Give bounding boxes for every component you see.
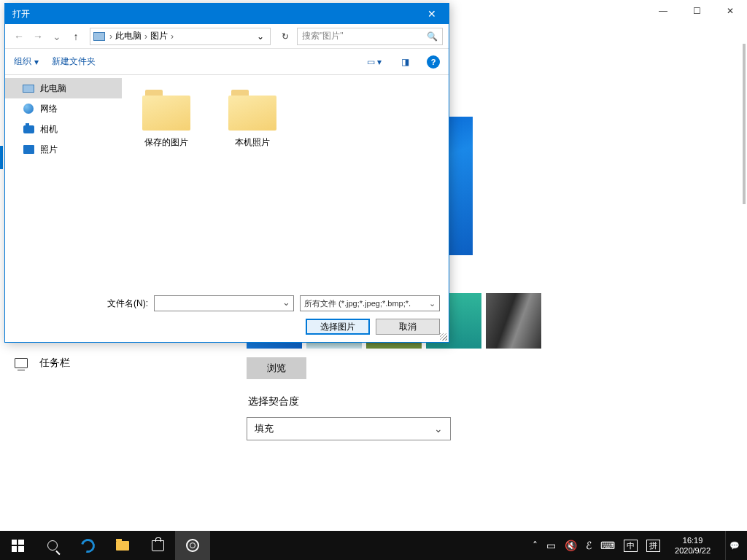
select-image-button[interactable]: 选择图片: [306, 319, 370, 335]
up-button[interactable]: ↑: [68, 28, 84, 44]
view-mode-button[interactable]: ▭ ▾: [365, 55, 383, 69]
camera-icon: [23, 124, 34, 134]
file-grid[interactable]: 保存的图片 本机照片: [122, 75, 449, 289]
organize-menu[interactable]: 组织 ▾: [14, 55, 39, 68]
filename-label: 文件名(N):: [107, 298, 148, 310]
cancel-button[interactable]: 取消: [376, 319, 440, 335]
search-icon: 🔍: [427, 31, 438, 42]
pc-icon: [23, 83, 34, 93]
nav-label: 任务栏: [39, 357, 70, 370]
browse-button[interactable]: 浏览: [247, 357, 306, 379]
tray-volume-icon[interactable]: 🔇: [565, 540, 577, 551]
chevron-right-icon: ›: [169, 31, 175, 42]
network-icon: [23, 104, 34, 114]
nav-tree: 此电脑 网络 相机 照片: [5, 75, 122, 289]
fit-value: 填充: [255, 422, 274, 435]
dialog-toolbar: 组织 ▾ 新建文件夹 ▭ ▾ ◨ ?: [5, 49, 449, 75]
taskbar-edge[interactable]: [70, 531, 105, 560]
clock-time: 16:19: [675, 535, 711, 545]
tree-node-camera[interactable]: 相机: [5, 119, 122, 139]
crumb-thispc[interactable]: 此电脑: [115, 30, 142, 42]
folder-label: 本机照片: [235, 136, 270, 149]
dialog-footer: 文件名(N): 所有文件 (*.jpg;*.jpeg;*.bmp;*. ⌄ 选择…: [5, 289, 449, 342]
tray-network-icon[interactable]: ▭: [546, 540, 556, 551]
photos-icon: [23, 144, 34, 155]
chevron-right-icon: ›: [143, 31, 149, 42]
store-icon: [152, 540, 164, 551]
search-icon: [47, 540, 58, 551]
tray-ime-lang[interactable]: 中: [624, 540, 638, 552]
folder-camera-roll[interactable]: 本机照片: [220, 90, 285, 149]
taskbar: ˄ ▭ 🔇 ℰ ⌨ 中 拼 16:19 2020/9/22 💬: [0, 531, 747, 560]
close-button[interactable]: ✕: [713, 0, 747, 22]
edge-icon: [78, 536, 97, 555]
breadcrumb[interactable]: › 此电脑 › 图片 › ⌄: [90, 28, 271, 45]
forward-button[interactable]: →: [30, 28, 46, 44]
minimize-button[interactable]: —: [646, 0, 680, 22]
start-button[interactable]: [0, 531, 35, 560]
chevron-down-icon: ⌄: [429, 299, 436, 308]
dialog-close-button[interactable]: ✕: [415, 4, 449, 24]
taskbar-icon: [15, 358, 28, 368]
folder-saved-pictures[interactable]: 保存的图片: [133, 90, 199, 149]
wallpaper-thumb-5[interactable]: [486, 293, 541, 349]
select-fit-label: 选择契合度: [248, 395, 732, 408]
refresh-button[interactable]: ↻: [276, 28, 294, 45]
tray-keyboard-icon[interactable]: ⌨: [600, 540, 615, 551]
taskbar-settings[interactable]: [175, 531, 210, 560]
taskbar-search[interactable]: [35, 531, 70, 560]
help-button[interactable]: ?: [427, 55, 440, 69]
taskbar-explorer[interactable]: [105, 531, 140, 560]
taskbar-clock[interactable]: 16:19 2020/9/22: [669, 535, 716, 556]
taskbar-store[interactable]: [140, 531, 175, 560]
clock-date: 2020/9/22: [675, 545, 711, 556]
tree-node-photos[interactable]: 照片: [5, 139, 122, 160]
dialog-title: 打开: [12, 8, 30, 20]
nav-indicator: [0, 146, 3, 169]
folder-icon: [228, 90, 276, 131]
fit-dropdown[interactable]: 填充 ⌄: [247, 417, 451, 440]
scrollbar[interactable]: [743, 44, 746, 204]
dialog-titlebar: 打开 ✕: [5, 4, 449, 24]
crumb-dropdown[interactable]: ⌄: [254, 31, 267, 42]
recent-dropdown[interactable]: ⌄: [49, 28, 65, 44]
chevron-down-icon: ⌄: [434, 423, 443, 435]
tray-overflow[interactable]: ˄: [533, 540, 538, 551]
filename-input[interactable]: [154, 295, 294, 311]
nav-item-taskbar[interactable]: 任务栏: [0, 349, 233, 378]
tray-accessibility-icon[interactable]: ℰ: [586, 540, 592, 551]
notification-center[interactable]: 💬: [725, 531, 743, 560]
tray-ime-mode[interactable]: 拼: [646, 540, 660, 552]
dialog-navbar: ← → ⌄ ↑ › 此电脑 › 图片 › ⌄ ↻ 搜索"图片" 🔍: [5, 24, 449, 49]
tree-node-thispc[interactable]: 此电脑: [5, 78, 122, 98]
tree-node-network[interactable]: 网络: [5, 98, 122, 119]
filetype-dropdown[interactable]: 所有文件 (*.jpg;*.jpeg;*.bmp;*. ⌄: [300, 295, 440, 311]
pc-icon: [93, 32, 105, 41]
new-folder-button[interactable]: 新建文件夹: [52, 55, 96, 68]
preview-pane-button[interactable]: ◨: [396, 55, 414, 69]
search-placeholder: 搜索"图片": [302, 30, 344, 42]
crumb-pictures[interactable]: 图片: [150, 30, 168, 42]
maximize-button[interactable]: ☐: [680, 0, 713, 22]
back-button[interactable]: ←: [11, 28, 27, 44]
resize-grip[interactable]: [440, 333, 447, 341]
gear-icon: [186, 539, 199, 552]
folder-label: 保存的图片: [144, 136, 188, 149]
system-tray: ˄ ▭ 🔇 ℰ ⌨ 中 拼 16:19 2020/9/22 💬: [533, 531, 747, 560]
search-input[interactable]: 搜索"图片" 🔍: [297, 28, 443, 45]
folder-icon: [142, 90, 190, 131]
chevron-down-icon: ▾: [34, 57, 39, 67]
folder-icon: [116, 541, 129, 551]
chevron-right-icon: ›: [108, 31, 114, 42]
file-open-dialog: 打开 ✕ ← → ⌄ ↑ › 此电脑 › 图片 › ⌄ ↻ 搜索"图片" 🔍 组…: [4, 3, 449, 343]
